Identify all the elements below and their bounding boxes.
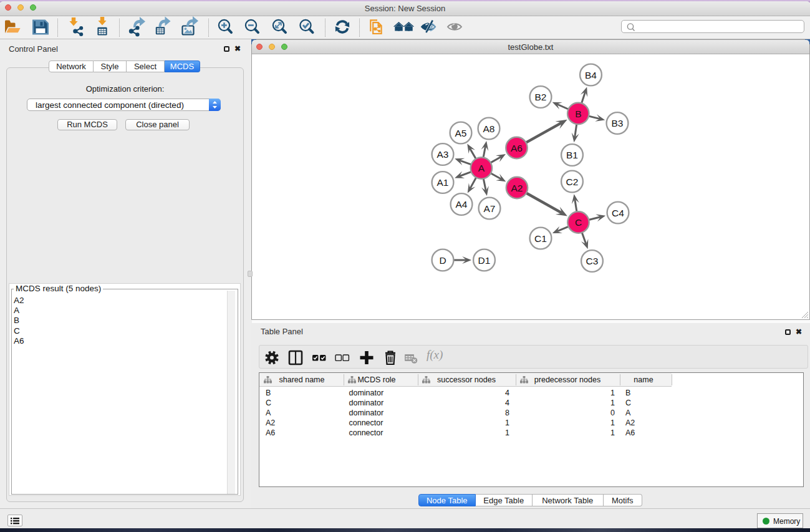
svg-text:A1: A1 [437, 177, 449, 188]
svg-text:A7: A7 [484, 203, 496, 214]
svg-text:A3: A3 [437, 149, 449, 160]
svg-text:A8: A8 [483, 123, 495, 134]
svg-text:C4: C4 [612, 208, 624, 218]
svg-text:C3: C3 [586, 256, 599, 266]
svg-text:A2: A2 [511, 183, 523, 193]
svg-text:D: D [439, 255, 446, 266]
svg-text:A6: A6 [511, 143, 523, 153]
svg-text:B: B [575, 109, 581, 119]
svg-text:C2: C2 [566, 177, 579, 187]
svg-text:A: A [478, 163, 485, 173]
svg-text:A4: A4 [456, 199, 468, 210]
svg-text:B4: B4 [585, 70, 597, 80]
svg-text:A5: A5 [455, 128, 467, 138]
svg-text:D1: D1 [478, 255, 491, 266]
svg-text:C1: C1 [534, 233, 547, 244]
svg-text:C: C [575, 217, 582, 228]
svg-text:B2: B2 [535, 92, 547, 102]
svg-text:B3: B3 [612, 118, 624, 128]
svg-text:B1: B1 [566, 150, 578, 160]
